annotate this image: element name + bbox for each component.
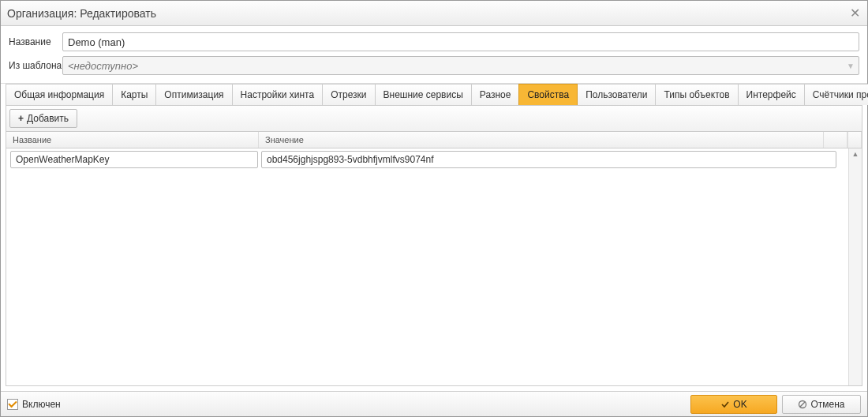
window-title: Организация: Редактировать <box>7 7 848 20</box>
plus-icon: + <box>18 113 24 124</box>
close-icon[interactable]: ✕ <box>848 7 861 20</box>
scroll-up-icon[interactable]: ▲ <box>849 150 862 158</box>
tab-body: + Добавить Название Значение ▲ <box>6 105 862 386</box>
cancel-button-label: Отмена <box>810 399 844 410</box>
column-header-name[interactable]: Название <box>6 132 259 148</box>
check-icon <box>720 400 730 409</box>
tab-segments[interactable]: Отрезки <box>322 84 375 105</box>
grid-body: ▲ <box>6 148 862 385</box>
tab-external-services[interactable]: Внешние сервисы <box>375 84 472 105</box>
enabled-checkbox[interactable]: Включен <box>7 399 61 410</box>
column-header-value[interactable]: Значение <box>259 132 824 148</box>
name-label: Название <box>9 36 62 47</box>
tab-interface[interactable]: Интерфейс <box>738 84 805 105</box>
dialog-window: Организация: Редактировать ✕ Название Из… <box>0 0 868 417</box>
table-row <box>6 148 862 171</box>
tab-maps[interactable]: Карты <box>112 84 156 105</box>
tab-optimization[interactable]: Оптимизация <box>155 84 232 105</box>
add-button-label: Добавить <box>27 113 69 124</box>
titlebar: Организация: Редактировать ✕ <box>1 1 867 26</box>
property-name-input[interactable] <box>10 151 258 168</box>
tab-strip: Общая информация Карты Оптимизация Настр… <box>1 84 867 105</box>
property-value-input[interactable] <box>261 151 836 168</box>
ok-button[interactable]: OK <box>690 395 777 414</box>
tab-users[interactable]: Пользователи <box>577 84 656 105</box>
cancel-button[interactable]: Отмена <box>782 395 861 414</box>
scrollbar[interactable]: ▲ <box>848 148 862 385</box>
tab-counters[interactable]: Счётчики пробега и моточасов <box>804 84 868 105</box>
name-input[interactable] <box>62 32 859 51</box>
template-select <box>62 56 859 75</box>
checkbox-icon <box>7 399 18 410</box>
tab-general[interactable]: Общая информация <box>6 84 113 105</box>
grid-toolbar: + Добавить <box>6 106 862 132</box>
enabled-label: Включен <box>22 399 61 410</box>
tab-object-types[interactable]: Типы объектов <box>655 84 738 105</box>
dialog-footer: Включен OK Отмена <box>1 391 867 416</box>
svg-line-1 <box>800 402 805 407</box>
add-button[interactable]: + Добавить <box>9 109 77 128</box>
column-header-scroll <box>847 132 862 148</box>
template-label: Из шаблона <box>9 60 62 71</box>
form-area: Название Из шаблона ▼ <box>1 26 867 84</box>
grid-header: Название Значение <box>6 132 862 148</box>
properties-grid: Название Значение ▲ <box>6 132 862 385</box>
column-header-actions <box>824 132 847 148</box>
tab-misc[interactable]: Разное <box>471 84 520 105</box>
tab-properties[interactable]: Свойства <box>518 84 578 105</box>
tab-hint-settings[interactable]: Настройки хинта <box>232 84 324 105</box>
ok-button-label: OK <box>733 399 746 410</box>
cancel-icon <box>798 400 807 409</box>
